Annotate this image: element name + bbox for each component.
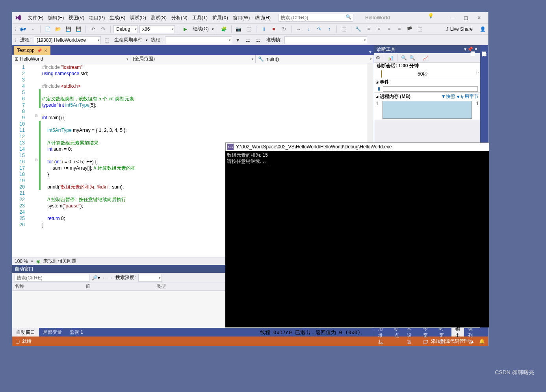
stepinto-button[interactable]: ↓ xyxy=(305,25,313,33)
feedback-icon[interactable]: 💡 xyxy=(428,13,434,22)
status-src[interactable]: 添加到源代码管理 xyxy=(431,338,469,345)
tool-icon[interactable]: 🧩 xyxy=(220,25,228,33)
solution-name: HelloWorld xyxy=(365,15,390,20)
menu-item[interactable]: 编辑(E) xyxy=(46,14,66,22)
bottom-tab[interactable]: 错误列表 xyxy=(464,328,480,337)
tool-icon[interactable]: 📈 xyxy=(423,55,429,61)
tool-icon[interactable]: ≡ xyxy=(364,25,373,33)
continue-button[interactable]: ▶ xyxy=(181,25,189,33)
tool-icon[interactable]: ≡ xyxy=(375,25,383,33)
nav-project[interactable]: ⊞ HelloWorld xyxy=(12,55,130,63)
zoom-level[interactable]: 100 % xyxy=(15,259,28,264)
events-label[interactable]: 事件 xyxy=(380,79,389,85)
step-button[interactable]: → xyxy=(294,25,303,33)
search-input[interactable]: 搜索 (Ctrl+Q) xyxy=(279,14,353,22)
process-label: 进程: xyxy=(19,37,32,43)
tool-icon[interactable]: 📷 xyxy=(234,25,243,33)
stop-button[interactable]: ■ xyxy=(269,25,278,33)
fold-gutter[interactable]: ⊟⊟ xyxy=(33,63,39,257)
open-button[interactable]: 📂 xyxy=(54,25,62,33)
nav-function[interactable]: 🔧 main() xyxy=(256,55,374,63)
save-button[interactable]: 💾 xyxy=(64,25,72,33)
bottom-tab[interactable]: 调用堆栈 xyxy=(374,328,390,337)
autos-search[interactable] xyxy=(15,274,89,282)
pause-button[interactable]: ⏸ xyxy=(259,25,268,33)
depth-dropdown[interactable] xyxy=(138,274,162,282)
redo-button[interactable]: ↷ xyxy=(99,25,108,33)
search-icon[interactable]: 🔎▾ xyxy=(92,275,100,281)
bottom-tab[interactable]: 自动窗口 xyxy=(12,328,39,337)
pin-icon[interactable]: 📌 xyxy=(37,48,42,53)
tool-icon[interactable]: 🏴 xyxy=(405,25,414,33)
tool-icon[interactable]: ⬚ xyxy=(416,25,424,33)
tab-dropdown[interactable]: ▾ xyxy=(367,49,374,55)
zoomin-icon[interactable]: 🔍 xyxy=(401,55,407,61)
menu-item[interactable]: 生成(B) xyxy=(107,14,128,22)
toolbar-debug: 进程: [19380] HelloWorld.exe ⬚ 生命周期事件▾ 线程:… xyxy=(12,34,488,45)
saveall-button[interactable]: 💾 xyxy=(74,25,83,33)
vs-logo-icon xyxy=(15,14,22,21)
undo-button[interactable]: ↶ xyxy=(89,25,97,33)
stepout-button[interactable]: ↑ xyxy=(325,25,334,33)
status-ready: 就绪 xyxy=(22,338,32,345)
process-dropdown[interactable]: [19380] HelloWorld.exe xyxy=(34,36,101,44)
console-window[interactable]: C:\Y:\002_WorkSpace\002_VS\HelloWorld\He… xyxy=(225,142,489,327)
tabbar: Test.cpp📌✕ ▾ xyxy=(12,45,374,55)
menu-item[interactable]: 测试(S) xyxy=(149,14,169,22)
platform-dropdown[interactable]: x86 xyxy=(139,25,175,33)
bottom-tab[interactable]: 局部变量 xyxy=(39,328,66,337)
bottom-tab[interactable]: 即时窗口 xyxy=(435,328,451,337)
minimize-button[interactable]: ─ xyxy=(446,13,459,22)
lifecycle-label: 生命周期事件 xyxy=(113,37,144,43)
tool-icon[interactable]: ▼ xyxy=(234,36,242,44)
menu-item[interactable]: 分析(N) xyxy=(169,14,190,22)
tool-icon[interactable]: ⚏ xyxy=(244,36,253,44)
menu-item[interactable]: 工具(T) xyxy=(190,14,210,22)
diag-timeline[interactable]: 50秒 1: xyxy=(374,70,480,78)
watermark: CSDN @韩曙亮 xyxy=(495,369,534,376)
console-body: 数组元素的和为: 15 请按任意键继续. . . _ xyxy=(225,151,489,165)
menu-item[interactable]: 项目(P) xyxy=(87,14,107,22)
liveshare-button[interactable]: ⤴Live Share👤 xyxy=(446,26,486,32)
continue-label[interactable]: 继续(C) xyxy=(191,26,210,32)
back-button[interactable]: ◉▾ xyxy=(19,25,27,33)
menu-item[interactable]: 文件(F) xyxy=(26,14,46,22)
status-icon: ▢ xyxy=(15,338,20,344)
lifecycle-button[interactable]: ⬚ xyxy=(102,36,111,44)
close-tab-icon[interactable]: ✕ xyxy=(44,48,47,53)
new-button[interactable]: 📄 xyxy=(43,25,52,33)
nav-scope[interactable]: (全局范围) xyxy=(130,55,256,63)
gear-icon[interactable]: ⚙ xyxy=(376,55,380,61)
tool-icon[interactable]: ⚏ xyxy=(254,36,263,44)
close-button[interactable]: ✕ xyxy=(472,13,486,22)
tool-icon[interactable]: 📊 xyxy=(388,55,394,61)
bottom-tab[interactable]: 输出 xyxy=(451,328,464,337)
diag-session: 诊断会话: 1:00 分钟 xyxy=(374,63,480,70)
bottom-tab[interactable]: 监视 1 xyxy=(66,328,87,337)
menu-item[interactable]: 视图(V) xyxy=(66,14,87,22)
zoomout-icon[interactable]: 🔍 xyxy=(409,55,415,61)
bottom-tab[interactable]: 断点 xyxy=(390,328,403,337)
restart-button[interactable]: ↻ xyxy=(280,25,288,33)
search-icon[interactable]: 🔍 xyxy=(345,14,353,21)
bottom-tab[interactable]: 命令窗口 xyxy=(419,328,435,337)
tool-icon[interactable]: ≡ xyxy=(385,25,394,33)
tab-active[interactable]: Test.cpp📌✕ xyxy=(14,46,50,55)
thread-dropdown[interactable] xyxy=(165,36,232,44)
menu-item[interactable]: 窗口(W) xyxy=(230,14,252,22)
dropdown-icon[interactable]: ▾ xyxy=(464,46,466,52)
menu-item[interactable]: 调试(D) xyxy=(128,14,149,22)
tool-icon[interactable]: 🔧 xyxy=(354,25,363,33)
mem-label[interactable]: 进程内存 (MB) xyxy=(380,93,410,100)
stackframe-dropdown[interactable] xyxy=(284,36,367,44)
menu-item[interactable]: 帮助(H) xyxy=(252,14,273,22)
bottom-tab[interactable]: 异常设置 xyxy=(403,328,419,337)
stepover-button[interactable]: ↷ xyxy=(315,25,323,33)
config-dropdown[interactable]: Debug xyxy=(113,25,138,33)
maximize-button[interactable]: ▢ xyxy=(459,13,472,22)
tool-icon[interactable]: ⬚ xyxy=(245,25,253,33)
forward-button[interactable]: ◦ xyxy=(29,25,37,33)
tool-icon[interactable]: ≡ xyxy=(395,25,404,33)
menu-item[interactable]: 扩展(X) xyxy=(210,14,230,22)
tool-icon[interactable]: ⬚ xyxy=(340,25,348,33)
